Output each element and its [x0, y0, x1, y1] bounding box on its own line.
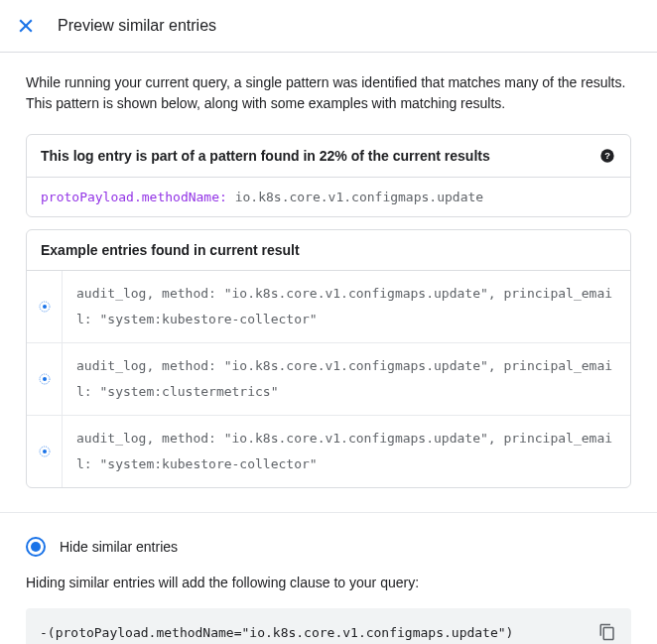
- close-button[interactable]: [14, 14, 38, 38]
- pattern-code: protoPayload.methodName: io.k8s.core.v1.…: [27, 177, 630, 216]
- pattern-value: io.k8s.core.v1.configmaps.update: [235, 190, 483, 204]
- example-text: audit_log, method: "io.k8s.core.v1.confi…: [63, 416, 630, 487]
- examples-box: Example entries found in current result …: [26, 229, 631, 488]
- radio-hide-similar[interactable]: Hide similar entries: [26, 537, 631, 557]
- query-clause-text: -(protoPayload.methodName="io.k8s.core.v…: [40, 625, 513, 640]
- help-icon[interactable]: ?: [598, 147, 616, 165]
- radio-icon: [26, 537, 46, 557]
- svg-point-5: [43, 305, 47, 309]
- svg-point-7: [43, 377, 47, 381]
- radio-label: Hide similar entries: [60, 539, 178, 555]
- log-entry-icon: [27, 343, 63, 415]
- log-entry-icon: [27, 416, 63, 487]
- copy-button[interactable]: [597, 622, 617, 642]
- example-text: audit_log, method: "io.k8s.core.v1.confi…: [63, 343, 630, 415]
- intro-text: While running your current query, a sing…: [26, 72, 631, 114]
- example-row[interactable]: audit_log, method: "io.k8s.core.v1.confi…: [27, 343, 630, 416]
- dialog-title: Preview similar entries: [58, 17, 216, 35]
- copy-icon: [598, 623, 616, 641]
- example-row[interactable]: audit_log, method: "io.k8s.core.v1.confi…: [27, 271, 630, 343]
- close-icon: [16, 16, 36, 36]
- svg-text:?: ?: [604, 151, 610, 161]
- pattern-header: This log entry is part of a pattern foun…: [27, 135, 630, 177]
- dialog-content: While running your current query, a sing…: [0, 53, 657, 644]
- svg-point-9: [43, 450, 47, 453]
- dialog-header: Preview similar entries: [0, 0, 657, 53]
- example-text: audit_log, method: "io.k8s.core.v1.confi…: [63, 271, 630, 342]
- pattern-header-text: This log entry is part of a pattern foun…: [41, 148, 490, 164]
- examples-header: Example entries found in current result: [27, 230, 630, 271]
- radio-section: Hide similar entries Hiding similar entr…: [26, 513, 631, 644]
- pattern-box: This log entry is part of a pattern foun…: [26, 134, 631, 217]
- query-clause-box: -(protoPayload.methodName="io.k8s.core.v…: [26, 608, 631, 644]
- hide-description: Hiding similar entries will add the foll…: [26, 575, 631, 590]
- example-row[interactable]: audit_log, method: "io.k8s.core.v1.confi…: [27, 416, 630, 487]
- pattern-key: protoPayload.methodName:: [41, 190, 227, 204]
- log-entry-icon: [27, 271, 63, 342]
